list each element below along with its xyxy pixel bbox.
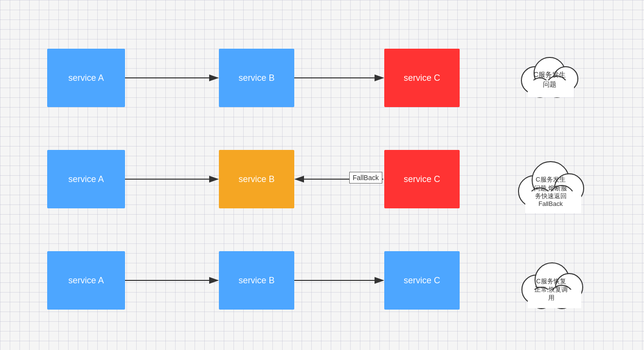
row3-service-a: service A — [47, 251, 125, 310]
svg-text:C服务恢复: C服务恢复 — [536, 277, 566, 285]
cloud-row2: C服务发生 问题,熔断服 务快速返回 FallBack — [511, 139, 591, 219]
cloud1-svg: C服务发生 问题 — [513, 44, 586, 102]
svg-text:C服务发生: C服务发生 — [536, 176, 565, 183]
row3-service-b: service B — [219, 251, 294, 310]
diagram-area: service A service B service C service A … — [0, 0, 644, 350]
cloud-row1: C服务发生 问题 — [513, 44, 586, 102]
svg-text:C服务发生: C服务发生 — [534, 71, 566, 78]
fallback-label: FallBack — [349, 172, 382, 184]
svg-text:FallBack: FallBack — [538, 200, 563, 207]
row2-service-a: service A — [47, 150, 125, 208]
cloud2-svg: C服务发生 问题,熔断服 务快速返回 FallBack — [511, 139, 591, 219]
svg-text:务快速返回: 务快速返回 — [535, 192, 567, 200]
row2-service-b: service B — [219, 150, 294, 208]
row1-service-c: service C — [384, 49, 460, 107]
row1-service-b: service B — [219, 49, 294, 107]
row1-service-a: service A — [47, 49, 125, 107]
row2-service-c: service C — [384, 150, 460, 208]
svg-text:用: 用 — [548, 294, 555, 301]
svg-text:问题,熔断服: 问题,熔断服 — [534, 184, 568, 192]
svg-text:正常,恢复调: 正常,恢复调 — [535, 286, 568, 293]
row3-service-c: service C — [384, 251, 460, 310]
cloud-row3: C服务恢复 正常,恢复调 用 — [513, 243, 589, 312]
cloud3-svg: C服务恢复 正常,恢复调 用 — [513, 243, 589, 312]
svg-text:问题: 问题 — [543, 80, 556, 88]
